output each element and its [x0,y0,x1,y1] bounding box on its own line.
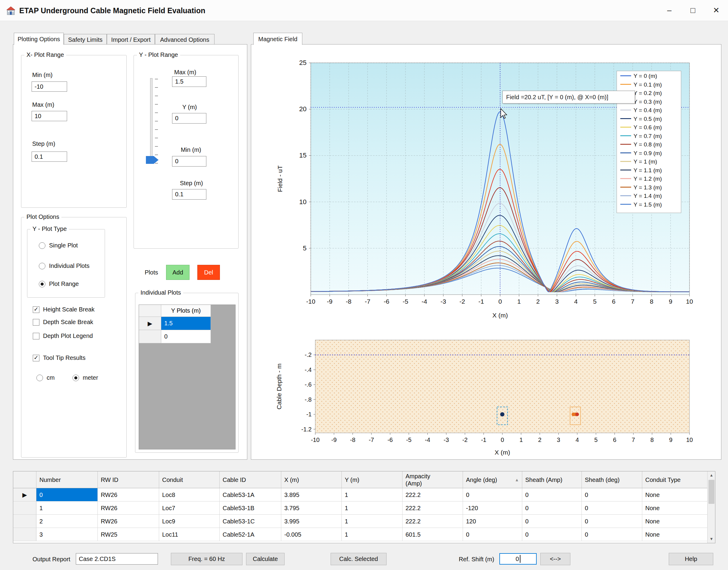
table-cell[interactable]: 0 [582,502,642,515]
table-cell[interactable]: 0 [522,528,582,541]
table-cell[interactable]: 3.995 [281,515,342,528]
y-max-input[interactable]: 1.5 [172,76,206,87]
table-cell[interactable]: 222.2 [402,515,463,528]
x-step-input[interactable]: 0.1 [32,152,67,162]
table-cell[interactable]: Cable53-1A [220,488,281,502]
table-cell[interactable]: RW26 [98,488,159,502]
table-cell[interactable]: Cable53-1B [220,502,281,515]
scroll-down-icon[interactable]: ▼ [708,535,715,543]
column-header[interactable]: Sheath (deg) [582,472,642,488]
table-cell[interactable]: 0 [522,515,582,528]
help-button[interactable]: Help [669,553,713,565]
radio-single-plot[interactable]: Single Plot [39,242,78,249]
delete-plot-button[interactable]: Del [197,265,220,280]
table-cell[interactable]: None [642,528,708,541]
tab-safety-limits[interactable]: Safety Limits [64,34,107,44]
table-cell[interactable]: -0.005 [281,528,342,541]
tab-plotting-options[interactable]: Plotting Options [14,33,64,45]
column-header[interactable]: Conduit [159,472,220,488]
row-selector[interactable] [139,330,161,343]
table-row-selector[interactable] [13,528,36,541]
y-range-slider-track[interactable] [150,78,153,164]
table-cell[interactable]: 0 [582,515,642,528]
minimize-icon[interactable]: – [658,0,681,21]
y-step-input[interactable]: 0.1 [172,189,206,200]
column-header[interactable]: Y (m) [342,472,402,488]
table-cell[interactable]: 0 [582,528,642,541]
table-cell[interactable]: 222.2 [402,502,463,515]
table-cell[interactable]: Loc11 [159,528,220,541]
table-cell[interactable]: Loc8 [159,488,220,502]
column-header[interactable]: Angle (deg)▲ [463,472,522,488]
table-cell[interactable]: RW26 [98,515,159,528]
column-header[interactable]: RW ID [98,472,159,488]
y-plot-row-value[interactable]: 0 [161,330,211,343]
table-cell[interactable]: 0 [36,488,98,502]
column-header[interactable]: Cable ID [220,472,281,488]
table-cell[interactable]: Cable52-1A [220,528,281,541]
table-scrollbar[interactable]: ▲ ▼ [707,472,715,543]
column-header[interactable]: X (m) [281,472,342,488]
ref-shift-input[interactable]: 0 [499,553,537,565]
checkbox-depth-scale-break[interactable]: ✓ Depth Scale Break [33,319,93,326]
column-header[interactable]: Number [36,472,98,488]
checkbox-tool-tip-results[interactable]: ✓ Tool Tip Results [33,354,85,361]
radio-cm[interactable]: cm [36,374,55,381]
table-cell[interactable]: Cable53-1C [220,515,281,528]
y-value-input[interactable]: 0 [172,113,206,123]
scrollbar-thumb[interactable] [708,480,714,504]
y-plots-column-header[interactable]: Y Plots (m) [161,305,211,317]
table-cell[interactable]: 1 [36,502,98,515]
scroll-up-icon[interactable]: ▲ [708,472,715,479]
column-header[interactable]: Sheath (Amp) [522,472,582,488]
column-header[interactable]: Ampacity (Amp) [402,472,463,488]
magnetic-field-chart[interactable]: -10-9-8-7-6-5-4-3-2-10123456789105101520… [251,44,721,459]
table-cell[interactable]: Loc9 [159,515,220,528]
table-cell[interactable]: 0 [522,502,582,515]
table-cell[interactable]: 1 [342,515,402,528]
table-row-selector[interactable] [13,515,36,528]
table-cell[interactable]: 0 [463,488,522,502]
table-cell[interactable]: -120 [463,502,522,515]
close-icon[interactable]: ✕ [705,0,728,21]
radio-meter[interactable]: meter [72,374,98,381]
table-cell[interactable]: RW25 [98,528,159,541]
table-cell[interactable]: 1 [342,528,402,541]
checkbox-depth-plot-legend[interactable]: ✓ Depth Plot Legend [33,332,93,339]
table-cell[interactable]: 3.795 [281,502,342,515]
table-cell[interactable]: 1 [342,488,402,502]
table-cell[interactable]: None [642,515,708,528]
y-plot-row-value[interactable]: 1.5 [161,317,211,330]
x-min-input[interactable]: -10 [32,81,67,92]
individual-plots-grid[interactable]: Y Plots (m) ▶1.50 [139,305,235,450]
table-cell[interactable]: 2 [36,515,98,528]
shift-toggle-button[interactable]: <--> [540,553,570,565]
table-cell[interactable]: None [642,502,708,515]
table-cell[interactable]: 601.5 [402,528,463,541]
checkbox-height-scale-break[interactable]: ✓ Height Scale Break [33,306,95,313]
y-min-input[interactable]: 0 [172,156,206,167]
table-cell[interactable]: 120 [463,515,522,528]
table-cell[interactable]: RW26 [98,502,159,515]
column-header[interactable]: Conduit Type [642,472,708,488]
output-report-input[interactable]: Case 2.CD1S [76,553,158,565]
radio-individual-plots[interactable]: Individual Plots [39,262,89,269]
row-selector[interactable]: ▶ [139,317,161,330]
table-row-selector[interactable] [13,502,36,515]
table-cell[interactable]: 222.2 [402,488,463,502]
table-cell[interactable]: 3.895 [281,488,342,502]
table-cell[interactable]: 0 [522,488,582,502]
table-row-selector[interactable]: ▶ [13,488,36,502]
calculate-button[interactable]: Calculate [246,553,285,565]
add-plot-button[interactable]: Add [166,265,190,280]
tab-import-export[interactable]: Import / Export [107,34,155,44]
table-cell[interactable]: 0 [463,528,522,541]
calc-selected-button[interactable]: Calc. Selected [331,553,387,565]
table-cell[interactable]: None [642,488,708,502]
table-cell[interactable]: 3 [36,528,98,541]
x-max-input[interactable]: 10 [32,111,67,121]
table-cell[interactable]: 1 [342,502,402,515]
frequency-button[interactable]: Freq. = 60 Hz [171,553,242,565]
table-cell[interactable]: Loc7 [159,502,220,515]
radio-plot-range[interactable]: Plot Range [39,280,79,287]
